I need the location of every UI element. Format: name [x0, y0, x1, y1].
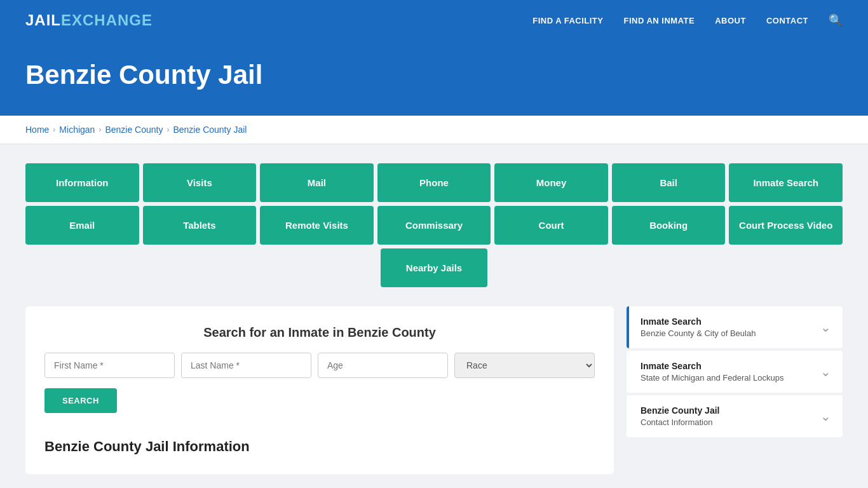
- grid-btn-tablets[interactable]: Tablets: [143, 206, 257, 245]
- grid-btn-court[interactable]: Court: [494, 206, 608, 245]
- hero-section: Benzie County Jail: [0, 41, 868, 116]
- nav-find-facility[interactable]: FIND A FACILITY: [532, 16, 603, 25]
- breadcrumb-home[interactable]: Home: [25, 125, 49, 135]
- grid-btn-booking[interactable]: Booking: [612, 206, 726, 245]
- race-select[interactable]: RaceWhiteBlackHispanicAsianOther: [454, 353, 595, 378]
- grid-btn-commissary[interactable]: Commissary: [377, 206, 491, 245]
- grid-btn-information[interactable]: Information: [25, 163, 139, 202]
- sidebar-item-text-2: Benzie County Jail Contact Information: [641, 405, 719, 427]
- first-name-input[interactable]: [44, 353, 175, 378]
- sidebar-item-2[interactable]: Benzie County Jail Contact Information ⌄: [627, 395, 843, 437]
- logo-jail: JAIL: [25, 11, 61, 29]
- sidebar-item-subtitle-2: Contact Information: [641, 417, 719, 427]
- breadcrumb-sep-1: ›: [53, 125, 55, 134]
- search-button[interactable]: SEARCH: [44, 388, 117, 413]
- breadcrumb-benzie-county[interactable]: Benzie County: [105, 125, 163, 135]
- grid-btn-nearby-jails[interactable]: Nearby Jails: [381, 248, 487, 287]
- breadcrumb-michigan[interactable]: Michigan: [59, 125, 95, 135]
- sidebar: Inmate Search Benzie County & City of Be…: [627, 306, 843, 440]
- nav-about[interactable]: ABOUT: [715, 16, 746, 25]
- sidebar-item-subtitle-1: State of Michigan and Federal Lockups: [641, 373, 783, 383]
- section-title: Benzie County Jail Information: [44, 432, 595, 455]
- search-inputs: RaceWhiteBlackHispanicAsianOther: [44, 353, 595, 378]
- logo-exchange: EXCHANGE: [61, 11, 153, 29]
- breadcrumb-sep-3: ›: [166, 125, 169, 134]
- sidebar-item-title-1: Inmate Search: [641, 361, 783, 371]
- last-name-input[interactable]: [181, 353, 311, 378]
- nav-find-inmate[interactable]: FIND AN INMATE: [623, 16, 695, 25]
- chevron-down-icon-0: ⌄: [820, 320, 831, 335]
- button-grid-row1: InformationVisitsMailPhoneMoneyBailInmat…: [25, 163, 843, 202]
- button-grid-row2: EmailTabletsRemote VisitsCommissaryCourt…: [25, 206, 843, 245]
- grid-btn-court-process-video[interactable]: Court Process Video: [729, 206, 843, 245]
- logo: JAILEXCHANGE: [25, 11, 153, 29]
- grid-btn-mail[interactable]: Mail: [260, 163, 374, 202]
- age-input[interactable]: [318, 353, 448, 378]
- breadcrumb-sep-2: ›: [98, 125, 101, 134]
- page-title: Benzie County Jail: [25, 60, 843, 90]
- grid-btn-visits[interactable]: Visits: [143, 163, 257, 202]
- main-content: InformationVisitsMailPhoneMoneyBailInmat…: [0, 144, 868, 488]
- nav-contact[interactable]: CONTACT: [766, 16, 808, 25]
- sidebar-item-subtitle-0: Benzie County & City of Beulah: [641, 329, 756, 338]
- header: JAILEXCHANGE FIND A FACILITY FIND AN INM…: [0, 0, 868, 41]
- grid-btn-remote-visits[interactable]: Remote Visits: [260, 206, 374, 245]
- grid-btn-phone[interactable]: Phone: [377, 163, 491, 202]
- sidebar-item-title-2: Benzie County Jail: [641, 405, 719, 416]
- search-card: Search for an Inmate in Benzie County Ra…: [25, 306, 614, 474]
- sidebar-item-title-0: Inmate Search: [641, 316, 756, 327]
- grid-btn-email[interactable]: Email: [25, 206, 139, 245]
- button-grid-row3: Nearby Jails: [25, 248, 843, 287]
- breadcrumb-bar: Home › Michigan › Benzie County › Benzie…: [0, 116, 868, 144]
- grid-btn-money[interactable]: Money: [494, 163, 608, 202]
- grid-btn-inmate-search[interactable]: Inmate Search: [729, 163, 843, 202]
- breadcrumb: Home › Michigan › Benzie County › Benzie…: [25, 125, 843, 135]
- sidebar-item-text-0: Inmate Search Benzie County & City of Be…: [641, 316, 756, 338]
- grid-btn-bail[interactable]: Bail: [612, 163, 726, 202]
- search-icon-button[interactable]: 🔍: [829, 13, 843, 27]
- chevron-down-icon-1: ⌄: [820, 364, 831, 379]
- sidebar-item-0[interactable]: Inmate Search Benzie County & City of Be…: [627, 306, 843, 348]
- sidebar-item-text-1: Inmate Search State of Michigan and Fede…: [641, 361, 783, 383]
- content-row: Search for an Inmate in Benzie County Ra…: [25, 306, 843, 474]
- breadcrumb-current: Benzie County Jail: [173, 125, 247, 135]
- main-nav: FIND A FACILITY FIND AN INMATE ABOUT CON…: [532, 13, 843, 27]
- chevron-down-icon-2: ⌄: [820, 409, 831, 424]
- search-title: Search for an Inmate in Benzie County: [44, 325, 595, 340]
- sidebar-item-1[interactable]: Inmate Search State of Michigan and Fede…: [627, 351, 843, 393]
